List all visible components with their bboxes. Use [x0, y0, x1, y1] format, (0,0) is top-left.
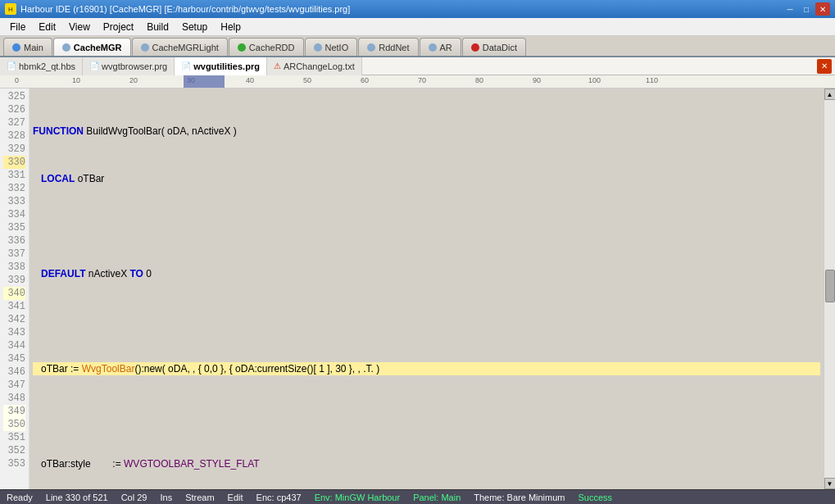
- scroll-track[interactable]: [824, 100, 836, 478]
- file-icon-hbmk2: 📄: [7, 61, 16, 70]
- menu-help[interactable]: Help: [214, 20, 247, 34]
- tab-cacherdd[interactable]: CacheRDD: [229, 38, 304, 56]
- ruler-mark-110: 110: [646, 76, 658, 84]
- scroll-thumb[interactable]: [825, 270, 835, 302]
- ln-339: 339: [3, 274, 25, 287]
- ln-338: 338: [3, 261, 25, 274]
- ln-348: 348: [3, 392, 25, 405]
- ln-330: 330: [3, 156, 25, 169]
- code-line-329: [33, 315, 820, 328]
- menu-build[interactable]: Build: [140, 20, 175, 34]
- tab-ar[interactable]: AR: [420, 38, 461, 56]
- var-buildwvgtoolbar: BuildWvgToolBar( oDA, nActiveX ): [84, 125, 237, 138]
- file-tab-wvgtbrowser[interactable]: 📄 wvgtbrowser.prg: [83, 57, 175, 75]
- ruler-mark-20: 20: [129, 76, 138, 84]
- tab-dot-cacherdd: [238, 43, 246, 52]
- ln-332: 332: [3, 182, 25, 195]
- tab-label-main: Main: [24, 43, 43, 52]
- scroll-up-button[interactable]: ▲: [824, 89, 836, 100]
- ln-335: 335: [3, 221, 25, 234]
- tab-dot-rddnet: [367, 43, 375, 52]
- code-line-331: [33, 410, 820, 423]
- file-icon-wvgutilities: 📄: [181, 61, 191, 70]
- close-all-tabs-button[interactable]: ✕: [817, 59, 832, 74]
- ln-329: 329: [3, 143, 25, 156]
- file-icon-wvgtbrowser: 📄: [89, 61, 99, 70]
- status-ready: Ready: [7, 493, 33, 502]
- close-button[interactable]: ✕: [815, 2, 830, 16]
- menu-setup[interactable]: Setup: [175, 20, 214, 34]
- window-controls: ─ □ ✕: [783, 2, 830, 16]
- ln-326: 326: [3, 103, 25, 116]
- status-stream: Stream: [185, 493, 214, 502]
- file-tab-label-hbmk2: hbmk2_qt.hbs: [19, 61, 75, 71]
- ruler-mark-40: 40: [246, 76, 254, 84]
- file-tab-wvgutilities[interactable]: 📄 wvgutilities.prg: [175, 57, 267, 75]
- menu-view[interactable]: View: [62, 20, 97, 34]
- ruler-mark-80: 80: [475, 76, 483, 84]
- window-title: Harbour IDE (r16901) [CacheMGR] [E:/harb…: [20, 4, 350, 14]
- tab-dot-cachemgrlight: [141, 43, 149, 52]
- ln-344: 344: [3, 339, 25, 352]
- ruler-marks: 0 10 20 30 40 50 60 70 80 90 100 110: [15, 75, 835, 88]
- vertical-scrollbar[interactable]: ▲ ▼: [824, 89, 835, 489]
- status-line-info: Line 330 of 521: [46, 493, 108, 502]
- ln-327: 327: [3, 116, 25, 129]
- code-inner: 325 326 327 328 329 330 331 332 333 334 …: [0, 89, 835, 489]
- ruler-mark-0: 0: [15, 76, 19, 84]
- ln-343: 343: [3, 326, 25, 339]
- status-success: Success: [579, 493, 613, 502]
- tab-label-netio: NetIO: [325, 43, 349, 52]
- status-ins: Ins: [160, 493, 172, 502]
- tab-rddnet[interactable]: RddNet: [358, 38, 418, 56]
- ln-337: 337: [3, 247, 25, 261]
- file-tab-archangelog[interactable]: ⚠ ARChangeLog.txt: [267, 57, 362, 75]
- code-line-330: oTBar := WvgToolBar():new( oDA, , { 0,0 …: [33, 362, 820, 375]
- code-lines[interactable]: FUNCTION BuildWvgToolBar( oDA, nActiveX …: [29, 89, 824, 489]
- minimize-button[interactable]: ─: [783, 2, 797, 16]
- tab-dot-main: [12, 43, 20, 52]
- ln-353: 353: [3, 457, 25, 470]
- code-line-328: DEFAULT nActiveX TO 0: [33, 267, 820, 280]
- tab-dot-netio: [314, 43, 322, 52]
- title-bar: H Harbour IDE (r16901) [CacheMGR] [E:/ha…: [0, 0, 835, 18]
- tab-datadict[interactable]: DataDict: [462, 38, 526, 56]
- menu-file[interactable]: File: [3, 20, 32, 34]
- ruler: 0 10 20 30 40 50 60 70 80 90 100 110: [0, 75, 835, 89]
- code-line-332: oTBar:style := WVGTOOLBAR_STYLE_FLAT: [33, 457, 820, 470]
- ln-342: 342: [3, 313, 25, 326]
- tab-cachemgr[interactable]: CacheMGR: [53, 38, 131, 56]
- tab-label-cachemgr: CacheMGR: [74, 43, 122, 52]
- project-tabs: Main CacheMGR CacheMGRLight CacheRDD Net…: [0, 36, 835, 57]
- tab-dot-ar: [429, 43, 437, 52]
- tab-label-cachemgrlight: CacheMGRLight: [152, 43, 219, 52]
- menu-bar: File Edit View Project Build Setup Help: [0, 18, 835, 36]
- editor-area: 325 326 327 328 329 330 331 332 333 334 …: [0, 89, 835, 489]
- tab-main[interactable]: Main: [3, 38, 52, 56]
- maximize-button[interactable]: □: [799, 2, 814, 16]
- tab-label-ar: AR: [440, 43, 452, 52]
- ruler-mark-10: 10: [72, 76, 80, 84]
- menu-edit[interactable]: Edit: [32, 20, 62, 34]
- tab-cachemgrlight[interactable]: CacheMGRLight: [132, 38, 228, 56]
- app-icon: H: [5, 3, 16, 15]
- ln-325: 325: [3, 90, 25, 103]
- file-tab-hbmk2[interactable]: 📄 hbmk2_qt.hbs: [0, 57, 83, 75]
- tab-dot-datadict: [471, 43, 479, 52]
- ln-334: 334: [3, 208, 25, 221]
- file-tab-label-archangelog: ARChangeLog.txt: [284, 61, 355, 71]
- code-line-326: LOCAL oTBar: [33, 172, 820, 185]
- tab-netio[interactable]: NetIO: [305, 38, 358, 56]
- ruler-mark-70: 70: [418, 76, 426, 84]
- scroll-down-button[interactable]: ▼: [824, 478, 836, 489]
- file-tab-label-wvgutilities: wvgutilities.prg: [193, 61, 260, 71]
- menu-project[interactable]: Project: [97, 20, 140, 34]
- line-numbers: 325 326 327 328 329 330 331 332 333 334 …: [0, 89, 29, 489]
- status-edit: Edit: [228, 493, 243, 502]
- ln-345: 345: [3, 352, 25, 366]
- file-icon-archangelog: ⚠: [274, 61, 281, 70]
- file-tabs-bar: 📄 hbmk2_qt.hbs 📄 wvgtbrowser.prg 📄 wvgut…: [0, 57, 835, 75]
- file-tab-label-wvgtbrowser: wvgtbrowser.prg: [102, 61, 167, 71]
- ln-341: 341: [3, 300, 25, 313]
- ln-340: 340: [3, 287, 25, 300]
